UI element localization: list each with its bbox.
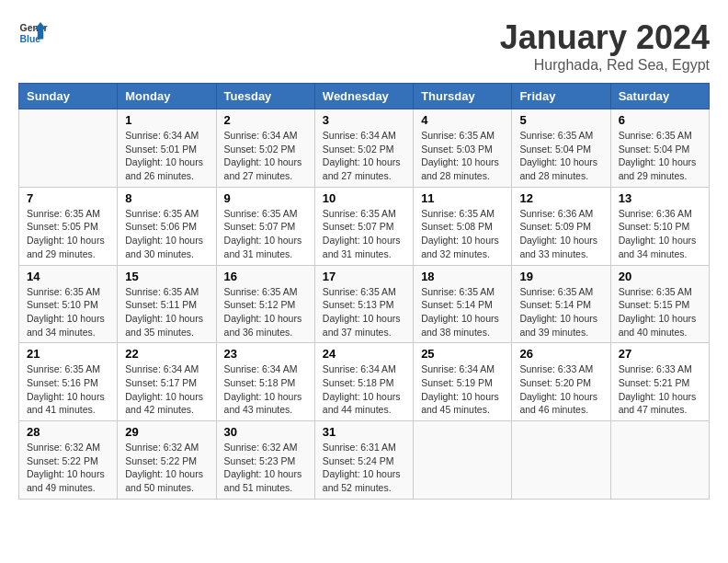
- calendar-header: SundayMondayTuesdayWednesdayThursdayFrid…: [19, 84, 710, 109]
- day-info: Sunrise: 6:36 AMSunset: 5:10 PMDaylight:…: [619, 207, 701, 261]
- empty-cell: [414, 421, 512, 500]
- logo-icon: General Blue: [18, 18, 48, 48]
- day-info: Sunrise: 6:34 AMSunset: 5:02 PMDaylight:…: [224, 129, 307, 183]
- location: Hurghada, Red Sea, Egypt: [500, 57, 710, 74]
- day-info: Sunrise: 6:31 AMSunset: 5:24 PMDaylight:…: [323, 441, 405, 495]
- day-info: Sunrise: 6:34 AMSunset: 5:18 PMDaylight:…: [224, 362, 307, 417]
- day-cell-29: 29Sunrise: 6:32 AMSunset: 5:22 PMDayligh…: [118, 421, 216, 500]
- day-cell-5: 5Sunrise: 6:35 AMSunset: 5:04 PMDaylight…: [512, 109, 610, 188]
- week-row-2: 7Sunrise: 6:35 AMSunset: 5:05 PMDaylight…: [19, 187, 710, 265]
- day-cell-4: 4Sunrise: 6:35 AMSunset: 5:03 PMDaylight…: [414, 109, 512, 188]
- day-header-tuesday: Tuesday: [216, 84, 314, 109]
- day-cell-28: 28Sunrise: 6:32 AMSunset: 5:22 PMDayligh…: [19, 421, 118, 500]
- day-info: Sunrise: 6:34 AMSunset: 5:19 PMDaylight:…: [421, 362, 504, 417]
- day-number: 18: [421, 270, 504, 283]
- day-number: 29: [125, 425, 208, 439]
- day-cell-22: 22Sunrise: 6:34 AMSunset: 5:17 PMDayligh…: [118, 343, 216, 421]
- day-info: Sunrise: 6:36 AMSunset: 5:09 PMDaylight:…: [519, 207, 602, 261]
- day-info: Sunrise: 6:32 AMSunset: 5:22 PMDaylight:…: [27, 441, 109, 495]
- day-number: 16: [224, 270, 307, 283]
- day-cell-2: 2Sunrise: 6:34 AMSunset: 5:02 PMDaylight…: [216, 109, 314, 188]
- day-number: 26: [519, 347, 602, 361]
- day-number: 11: [421, 191, 504, 205]
- day-info: Sunrise: 6:35 AMSunset: 5:10 PMDaylight:…: [27, 285, 109, 339]
- page-header: General Blue January 2024 Hurghada, Red …: [18, 18, 710, 74]
- day-cell-6: 6Sunrise: 6:35 AMSunset: 5:04 PMDaylight…: [610, 109, 709, 188]
- day-cell-30: 30Sunrise: 6:32 AMSunset: 5:23 PMDayligh…: [216, 421, 314, 500]
- day-number: 6: [619, 113, 701, 127]
- day-cell-13: 13Sunrise: 6:36 AMSunset: 5:10 PMDayligh…: [610, 187, 709, 265]
- empty-cell: [19, 109, 118, 188]
- day-number: 3: [323, 113, 405, 127]
- week-row-3: 14Sunrise: 6:35 AMSunset: 5:10 PMDayligh…: [19, 265, 710, 343]
- day-number: 24: [323, 347, 405, 361]
- day-cell-20: 20Sunrise: 6:35 AMSunset: 5:15 PMDayligh…: [610, 265, 709, 343]
- calendar-body: 1Sunrise: 6:34 AMSunset: 5:01 PMDaylight…: [19, 109, 710, 500]
- day-cell-23: 23Sunrise: 6:34 AMSunset: 5:18 PMDayligh…: [216, 343, 314, 421]
- day-number: 30: [224, 425, 307, 439]
- day-cell-12: 12Sunrise: 6:36 AMSunset: 5:09 PMDayligh…: [512, 187, 610, 265]
- day-info: Sunrise: 6:35 AMSunset: 5:05 PMDaylight:…: [27, 207, 109, 261]
- day-cell-17: 17Sunrise: 6:35 AMSunset: 5:13 PMDayligh…: [314, 265, 413, 343]
- day-number: 21: [27, 347, 109, 361]
- day-number: 28: [27, 425, 109, 439]
- day-info: Sunrise: 6:35 AMSunset: 5:12 PMDaylight:…: [224, 285, 307, 339]
- month-title: January 2024: [500, 18, 710, 57]
- day-cell-10: 10Sunrise: 6:35 AMSunset: 5:07 PMDayligh…: [314, 187, 413, 265]
- day-number: 23: [224, 347, 307, 361]
- day-info: Sunrise: 6:35 AMSunset: 5:08 PMDaylight:…: [421, 207, 504, 261]
- day-info: Sunrise: 6:32 AMSunset: 5:22 PMDaylight:…: [125, 441, 208, 495]
- day-cell-15: 15Sunrise: 6:35 AMSunset: 5:11 PMDayligh…: [118, 265, 216, 343]
- day-cell-31: 31Sunrise: 6:31 AMSunset: 5:24 PMDayligh…: [314, 421, 413, 500]
- day-number: 15: [125, 270, 208, 283]
- day-number: 1: [125, 113, 208, 127]
- day-number: 2: [224, 113, 307, 127]
- day-number: 14: [27, 270, 109, 283]
- day-info: Sunrise: 6:35 AMSunset: 5:07 PMDaylight:…: [323, 207, 405, 261]
- empty-cell: [610, 421, 709, 500]
- day-cell-14: 14Sunrise: 6:35 AMSunset: 5:10 PMDayligh…: [19, 265, 118, 343]
- day-info: Sunrise: 6:33 AMSunset: 5:21 PMDaylight:…: [619, 362, 701, 417]
- day-number: 7: [27, 191, 109, 205]
- header-row: SundayMondayTuesdayWednesdayThursdayFrid…: [19, 84, 710, 109]
- day-info: Sunrise: 6:34 AMSunset: 5:18 PMDaylight:…: [323, 362, 405, 417]
- week-row-5: 28Sunrise: 6:32 AMSunset: 5:22 PMDayligh…: [19, 421, 710, 500]
- day-number: 8: [125, 191, 208, 205]
- day-cell-26: 26Sunrise: 6:33 AMSunset: 5:20 PMDayligh…: [512, 343, 610, 421]
- day-cell-3: 3Sunrise: 6:34 AMSunset: 5:02 PMDaylight…: [314, 109, 413, 188]
- day-info: Sunrise: 6:35 AMSunset: 5:04 PMDaylight:…: [619, 129, 701, 183]
- day-info: Sunrise: 6:35 AMSunset: 5:14 PMDaylight:…: [421, 285, 504, 339]
- day-info: Sunrise: 6:33 AMSunset: 5:20 PMDaylight:…: [519, 362, 602, 417]
- day-number: 17: [323, 270, 405, 283]
- day-info: Sunrise: 6:35 AMSunset: 5:04 PMDaylight:…: [519, 129, 602, 183]
- day-info: Sunrise: 6:34 AMSunset: 5:02 PMDaylight:…: [323, 129, 405, 183]
- day-number: 19: [519, 270, 602, 283]
- day-info: Sunrise: 6:32 AMSunset: 5:23 PMDaylight:…: [224, 441, 307, 495]
- day-cell-8: 8Sunrise: 6:35 AMSunset: 5:06 PMDaylight…: [118, 187, 216, 265]
- day-header-thursday: Thursday: [414, 84, 512, 109]
- day-number: 13: [619, 191, 701, 205]
- day-header-sunday: Sunday: [19, 84, 118, 109]
- day-cell-27: 27Sunrise: 6:33 AMSunset: 5:21 PMDayligh…: [610, 343, 709, 421]
- day-number: 10: [323, 191, 405, 205]
- day-header-monday: Monday: [118, 84, 216, 109]
- day-cell-21: 21Sunrise: 6:35 AMSunset: 5:16 PMDayligh…: [19, 343, 118, 421]
- week-row-4: 21Sunrise: 6:35 AMSunset: 5:16 PMDayligh…: [19, 343, 710, 421]
- day-number: 20: [619, 270, 701, 283]
- day-number: 27: [619, 347, 701, 361]
- day-cell-7: 7Sunrise: 6:35 AMSunset: 5:05 PMDaylight…: [19, 187, 118, 265]
- day-cell-1: 1Sunrise: 6:34 AMSunset: 5:01 PMDaylight…: [118, 109, 216, 188]
- day-number: 5: [519, 113, 602, 127]
- day-cell-24: 24Sunrise: 6:34 AMSunset: 5:18 PMDayligh…: [314, 343, 413, 421]
- day-cell-16: 16Sunrise: 6:35 AMSunset: 5:12 PMDayligh…: [216, 265, 314, 343]
- day-number: 31: [323, 425, 405, 439]
- day-cell-19: 19Sunrise: 6:35 AMSunset: 5:14 PMDayligh…: [512, 265, 610, 343]
- day-info: Sunrise: 6:34 AMSunset: 5:01 PMDaylight:…: [125, 129, 208, 183]
- day-info: Sunrise: 6:35 AMSunset: 5:11 PMDaylight:…: [125, 285, 208, 339]
- logo: General Blue: [18, 18, 48, 48]
- empty-cell: [512, 421, 610, 500]
- day-header-saturday: Saturday: [610, 84, 709, 109]
- day-header-friday: Friday: [512, 84, 610, 109]
- day-number: 25: [421, 347, 504, 361]
- day-info: Sunrise: 6:35 AMSunset: 5:03 PMDaylight:…: [421, 129, 504, 183]
